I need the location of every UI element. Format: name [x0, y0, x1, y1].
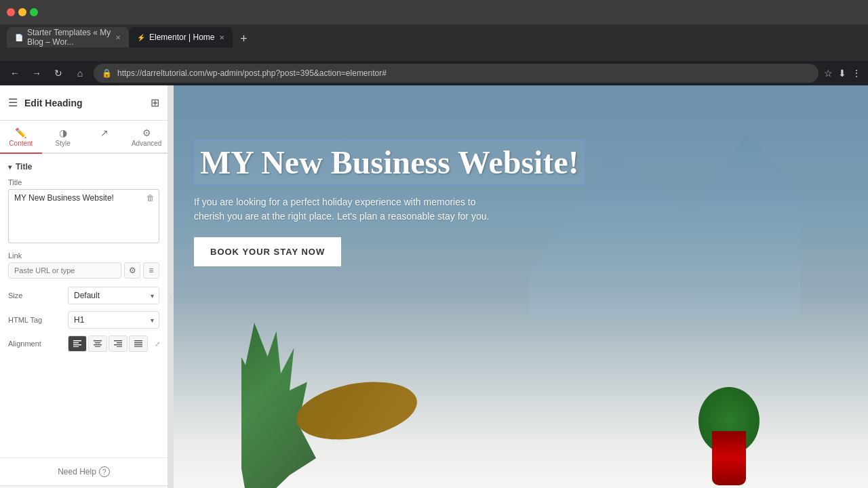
tab-label-2: Elementor | Home [149, 33, 215, 42]
help-question-icon[interactable]: ? [99, 466, 110, 477]
tab-content[interactable]: ✏️ Content [0, 121, 42, 154]
back-button[interactable]: ← [7, 65, 23, 81]
window-close-btn[interactable] [7, 8, 15, 16]
address-security-icon: 🔒 [102, 68, 112, 78]
need-help-text: Need Help [58, 467, 96, 476]
new-tab-button[interactable]: + [235, 30, 253, 47]
patio-scene [241, 289, 868, 488]
svg-rect-0 [73, 340, 81, 342]
link-dynamic-icon[interactable]: ≡ [143, 262, 159, 279]
title-delete-icon[interactable]: 🗑 [146, 193, 155, 203]
patio-table [292, 373, 421, 448]
svg-rect-6 [94, 344, 102, 346]
svg-rect-5 [95, 342, 100, 344]
sidebar-header: ☰ Edit Heading ⊞ [0, 85, 167, 121]
svg-rect-8 [114, 340, 122, 342]
elementor-sidebar: ☰ Edit Heading ⊞ ✏️ Content ◑ Style ↗ ⚙ … [0, 85, 168, 488]
align-left-icon [73, 340, 81, 347]
main-layout: ☰ Edit Heading ⊞ ✏️ Content ◑ Style ↗ ⚙ … [0, 85, 868, 488]
tab-advanced[interactable]: ⚙ Advanced [125, 121, 167, 152]
expand-icon[interactable]: ⤢ [155, 340, 160, 348]
preview-content: MY New Business Website! If you are look… [174, 85, 868, 287]
svg-rect-2 [73, 344, 81, 346]
download-button[interactable]: ⬇ [838, 68, 846, 79]
link-input[interactable] [8, 262, 121, 279]
alignment-buttons [68, 336, 148, 352]
align-center-icon [94, 340, 102, 347]
align-left-button[interactable] [68, 336, 87, 352]
browser-menu-button[interactable]: ⋮ [852, 68, 861, 79]
tab-elementor-home[interactable]: ⚡ Elementor | Home ✕ [129, 27, 233, 47]
html-tag-label: HTML Tag [8, 316, 62, 324]
hamburger-icon[interactable]: ☰ [8, 96, 18, 109]
title-textarea-wrapper[interactable]: MY New Business Website! 🗑 [8, 189, 159, 243]
bookmark-button[interactable]: ☆ [824, 68, 833, 79]
address-url: https://darreltutorial.com/wp-admin/post… [117, 68, 387, 78]
tab-close-btn-2[interactable]: ✕ [219, 34, 224, 41]
tab-close-btn-1[interactable]: ✕ [115, 34, 121, 41]
panel-content: ▾ Title Title MY New Business Website! 🗑… [0, 154, 167, 458]
tab-cursor[interactable]: ↗ [84, 121, 126, 152]
home-button[interactable]: ⌂ [72, 65, 88, 81]
style-tab-icon: ◑ [59, 127, 67, 138]
align-justify-icon [134, 340, 142, 347]
content-tab-icon: ✏️ [15, 127, 26, 138]
apps-grid-icon[interactable]: ⊞ [151, 96, 159, 109]
plant-pot [712, 431, 746, 485]
tab-style[interactable]: ◑ Style [42, 121, 84, 152]
link-field-group: Link ⚙ ≡ [8, 251, 159, 279]
tabs-bar: 📄 Starter Templates « My Blog – Wor... ✕… [0, 24, 868, 47]
svg-rect-3 [73, 346, 79, 347]
panel-tabs: ✏️ Content ◑ Style ↗ ⚙ Advanced [0, 121, 167, 154]
advanced-tab-label: Advanced [132, 140, 161, 147]
section-label: Title [16, 162, 32, 171]
html-tag-select[interactable]: H1 H2 H3 [68, 311, 159, 329]
svg-rect-13 [134, 342, 142, 344]
svg-rect-12 [134, 340, 142, 342]
link-field-label: Link [8, 251, 159, 260]
title-textarea-content: MY New Business Website! [14, 193, 114, 203]
size-field-label: Size [8, 291, 62, 300]
content-tab-label: Content [9, 140, 33, 147]
svg-rect-11 [117, 346, 122, 347]
svg-rect-4 [94, 340, 102, 342]
reload-button[interactable]: ↻ [50, 65, 66, 81]
svg-rect-9 [117, 342, 122, 344]
align-justify-button[interactable] [129, 336, 148, 352]
link-field-row: ⚙ ≡ [8, 262, 159, 279]
align-center-button[interactable] [88, 336, 107, 352]
resize-handle[interactable]: ⋮ [168, 85, 174, 488]
preview-pane: MY New Business Website! If you are look… [174, 85, 868, 488]
style-tab-label: Style [56, 140, 71, 147]
cta-button[interactable]: BOOK YOUR STAY NOW [194, 237, 341, 266]
size-select[interactable]: Default Small Medium Large [68, 287, 159, 304]
nav-bar: ← → ↻ ⌂ 🔒 https://darreltutorial.com/wp-… [0, 61, 868, 85]
alignment-field-row: Alignment [8, 336, 159, 352]
sub-description-text: If you are looking for a perfect holiday… [194, 195, 506, 224]
tab-starter-templates[interactable]: 📄 Starter Templates « My Blog – Wor... ✕ [7, 27, 129, 47]
address-bar[interactable]: 🔒 https://darreltutorial.com/wp-admin/po… [94, 64, 818, 83]
main-heading: MY New Business Website! [200, 144, 579, 181]
svg-rect-7 [95, 346, 100, 347]
title-section-header[interactable]: ▾ Title [8, 162, 159, 171]
nav-icons: ☆ ⬇ ⋮ [824, 68, 861, 79]
alignment-controls [68, 336, 148, 352]
sidebar-bottom-toolbar: ↺ ↻ 👁 📱 UPDATE ▾ [0, 485, 167, 488]
window-min-btn[interactable] [18, 8, 26, 16]
sidebar-header-left: ☰ Edit Heading [8, 96, 83, 109]
forward-button[interactable]: → [28, 65, 45, 81]
window-max-btn[interactable] [30, 8, 38, 16]
svg-rect-10 [114, 344, 122, 346]
svg-rect-14 [134, 344, 142, 346]
browser-top-bar [0, 0, 868, 24]
heading-element-box[interactable]: MY New Business Website! [194, 140, 585, 185]
tab-label-1: Starter Templates « My Blog – Wor... [27, 28, 111, 47]
title-field-group: Title MY New Business Website! 🗑 [8, 178, 159, 243]
size-field-row: Size Default Small Medium Large [8, 287, 159, 304]
panel-title: Edit Heading [24, 98, 83, 108]
align-right-button[interactable] [108, 336, 127, 352]
link-settings-icon[interactable]: ⚙ [124, 262, 140, 279]
cursor-tab-icon: ↗ [100, 127, 108, 138]
section-arrow-icon: ▾ [8, 163, 12, 171]
advanced-tab-icon: ⚙ [142, 127, 151, 138]
